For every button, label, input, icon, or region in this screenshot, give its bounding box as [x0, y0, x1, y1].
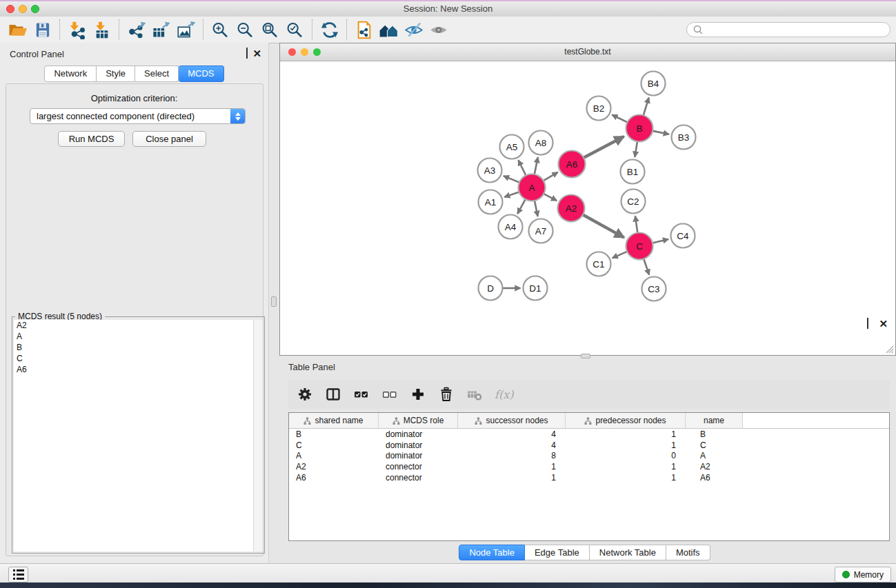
table-row[interactable]: A2connector11A2: [289, 461, 889, 472]
edge-C-C3[interactable]: [644, 258, 649, 274]
import-network-icon[interactable]: [65, 19, 90, 41]
tab-edge-table[interactable]: Edge Table: [525, 545, 590, 560]
result-list-item[interactable]: C: [14, 353, 254, 364]
result-list-item[interactable]: A6: [14, 364, 254, 375]
hide-selected-eye-icon[interactable]: [401, 19, 426, 41]
node-A5[interactable]: A5: [500, 135, 524, 159]
node-C4[interactable]: C4: [671, 224, 695, 248]
minimize-network-window-button[interactable]: [301, 48, 308, 56]
column-header-successor-nodes[interactable]: successor nodes: [458, 413, 566, 428]
optimization-criterion-dropdown[interactable]: largest connected component (directed): [30, 108, 246, 124]
table-row[interactable]: A6connector11A6: [289, 472, 889, 483]
delete-table-icon[interactable]: [466, 386, 483, 403]
zoom-selected-icon[interactable]: [283, 19, 308, 41]
show-all-home-icon[interactable]: [377, 19, 401, 41]
node-A8[interactable]: A8: [529, 131, 553, 155]
delete-row-trash-icon[interactable]: [438, 386, 455, 403]
task-history-button[interactable]: [8, 567, 28, 582]
close-panel-button[interactable]: Close panel: [132, 131, 206, 147]
node-A[interactable]: A: [519, 174, 546, 201]
node-A3[interactable]: A3: [478, 159, 502, 183]
edge-B-B3[interactable]: [653, 131, 669, 134]
node-C[interactable]: C: [626, 233, 653, 260]
column-header-shared-name[interactable]: shared name: [289, 413, 379, 428]
search-field[interactable]: [686, 22, 890, 37]
edge-B-B4[interactable]: [644, 98, 649, 116]
edge-A-A4[interactable]: [517, 199, 525, 214]
deselect-all-icon[interactable]: [381, 386, 398, 403]
node-A7[interactable]: A7: [529, 219, 553, 243]
new-network-from-selection-icon[interactable]: [352, 19, 377, 41]
tab-network[interactable]: Network: [44, 65, 97, 82]
table-row[interactable]: Cdominator41C: [289, 440, 889, 451]
open-session-icon[interactable]: [6, 19, 30, 41]
zoom-out-icon[interactable]: [233, 19, 258, 41]
node-table[interactable]: shared nameMCDS rolesuccessor nodesprede…: [288, 412, 890, 541]
apply-layout-icon[interactable]: [317, 19, 342, 41]
close-network-window-button[interactable]: [288, 48, 296, 56]
float-panel-icon[interactable]: [246, 50, 248, 57]
edge-C-C2[interactable]: [635, 216, 637, 232]
vertical-splitter-handle[interactable]: [271, 296, 277, 307]
maximize-network-window-button[interactable]: [313, 48, 321, 56]
function-builder-icon[interactable]: f(x): [495, 388, 513, 401]
column-header-MCDS-role[interactable]: MCDS role: [379, 413, 458, 428]
search-input[interactable]: [708, 24, 884, 35]
edge-B-B1[interactable]: [635, 141, 637, 157]
node-B1[interactable]: B1: [621, 160, 645, 184]
node-C2[interactable]: C2: [621, 190, 646, 214]
edge-C-C1[interactable]: [613, 252, 627, 258]
node-A2[interactable]: A2: [558, 195, 585, 222]
import-table-icon[interactable]: [90, 19, 115, 41]
export-table-icon[interactable]: [149, 19, 174, 41]
close-panel-icon[interactable]: ✕: [252, 50, 261, 57]
result-list-scrollbar[interactable]: [253, 320, 263, 551]
zoom-fit-icon[interactable]: [258, 19, 283, 41]
network-canvas-svg[interactable]: AA1A2A3A4A5A6A7A8BB1B2B3B4CC1C2C3C4DD1: [280, 61, 895, 355]
show-hidden-eye-icon[interactable]: [426, 19, 451, 41]
tab-network-table[interactable]: Network Table: [590, 545, 666, 560]
node-A6[interactable]: A6: [559, 151, 586, 178]
memory-button[interactable]: Memory: [835, 567, 891, 582]
tab-style[interactable]: Style: [97, 65, 135, 82]
close-table-panel-icon[interactable]: ✕: [879, 320, 888, 327]
node-B2[interactable]: B2: [587, 97, 611, 121]
node-B3[interactable]: B3: [672, 125, 696, 150]
network-window-titlebar[interactable]: testGlobe.txt: [280, 43, 895, 61]
edge-C-C4[interactable]: [653, 239, 668, 243]
edge-A-A3[interactable]: [504, 176, 519, 182]
edge-A2-C[interactable]: [583, 214, 624, 237]
main-titlebar[interactable]: Session: New Session: [0, 1, 896, 17]
edge-A-A7[interactable]: [535, 201, 538, 216]
zoom-in-icon[interactable]: [208, 19, 233, 41]
edge-A-A8[interactable]: [535, 157, 538, 174]
select-all-icon[interactable]: [353, 386, 370, 403]
tab-node-table[interactable]: Node Table: [459, 545, 525, 560]
node-B4[interactable]: B4: [641, 72, 666, 96]
node-C3[interactable]: C3: [642, 277, 666, 301]
node-D1[interactable]: D1: [524, 276, 548, 301]
node-A1[interactable]: A1: [479, 190, 503, 214]
table-settings-gear-icon[interactable]: [297, 386, 313, 403]
add-row-plus-icon[interactable]: [410, 386, 426, 403]
window-resize-grip[interactable]: [884, 344, 894, 354]
save-session-icon[interactable]: [30, 19, 55, 41]
edge-A-A2[interactable]: [544, 194, 557, 201]
result-list-item[interactable]: B: [14, 342, 254, 353]
export-network-icon[interactable]: [124, 19, 149, 41]
minimize-window-button[interactable]: [19, 5, 27, 13]
close-window-button[interactable]: [6, 5, 14, 13]
dropdown-stepper-icon[interactable]: [230, 109, 245, 123]
table-row[interactable]: Adominator80A: [289, 451, 889, 462]
node-A4[interactable]: A4: [499, 215, 523, 239]
node-C1[interactable]: C1: [587, 252, 611, 276]
export-image-icon[interactable]: [174, 19, 199, 41]
show-columns-icon[interactable]: [325, 386, 341, 403]
float-table-panel-icon[interactable]: [867, 320, 868, 327]
horizontal-splitter-handle[interactable]: [581, 354, 590, 358]
column-header-predecessor-nodes[interactable]: predecessor nodes: [566, 413, 686, 428]
edge-A-A1[interactable]: [504, 192, 519, 196]
node-D[interactable]: D: [479, 276, 503, 301]
edge-A6-B[interactable]: [584, 136, 624, 158]
maximize-window-button[interactable]: [31, 5, 39, 13]
